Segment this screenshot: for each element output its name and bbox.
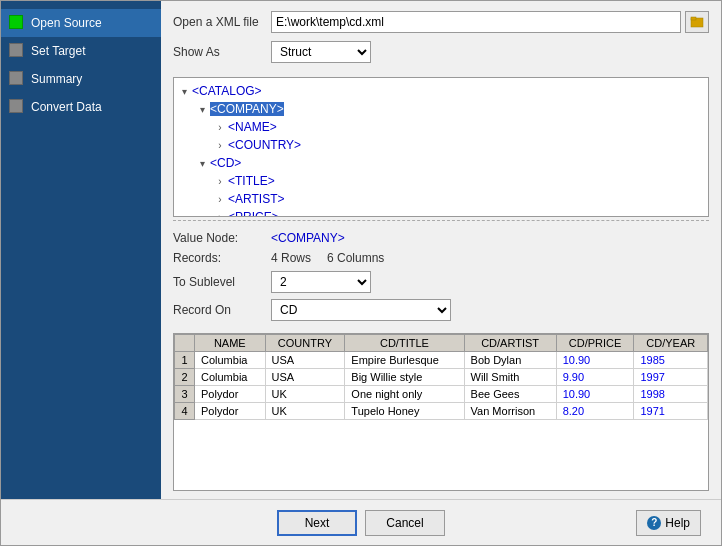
col-header-cd-price: CD/PRICE [556, 335, 634, 352]
table-cell: 1 [175, 352, 195, 369]
records-row: Records: 4 Rows 6 Columns [173, 251, 709, 265]
footer: Next Cancel ? Help [1, 499, 721, 545]
set-target-icon [9, 43, 25, 59]
table-cell: UK [265, 403, 345, 420]
table-cell: Big Willie style [345, 369, 464, 386]
sidebar-item-summary[interactable]: Summary [1, 65, 161, 93]
sublevel-select[interactable]: 1 2 3 4 [271, 271, 371, 293]
tree-node-title[interactable]: › <TITLE> [178, 172, 704, 190]
table-cell: Bee Gees [464, 386, 556, 403]
table-cell: Empire Burlesque [345, 352, 464, 369]
info-area: Value Node: <COMPANY> Records: 4 Rows 6 … [161, 225, 721, 333]
table-cell: Polydor [195, 403, 266, 420]
content-area: Open Source Set Target Summary Convert D… [1, 1, 721, 499]
tree-node-price[interactable]: › <PRICE> [178, 208, 704, 217]
file-input[interactable] [271, 11, 681, 33]
table-cell: Van Morrison [464, 403, 556, 420]
toggle-title[interactable]: › [214, 175, 226, 187]
help-icon: ? [647, 516, 661, 530]
table-cell: USA [265, 369, 345, 386]
file-label: Open a XML file [173, 15, 263, 29]
table-cell: UK [265, 386, 345, 403]
label-price: <PRICE> [228, 210, 279, 217]
label-company: <COMPANY> [210, 102, 284, 116]
toggle-cd[interactable]: ▾ [196, 157, 208, 169]
tree-node-company[interactable]: ▾ <COMPANY> [178, 100, 704, 118]
table-row[interactable]: 2ColumbiaUSABig Willie styleWill Smith9.… [175, 369, 708, 386]
record-on-select[interactable]: CD COMPANY CATALOG [271, 299, 451, 321]
sidebar: Open Source Set Target Summary Convert D… [1, 1, 161, 499]
xml-tree[interactable]: ▾ <CATALOG> ▾ <COMPANY> › <NAME> [173, 77, 709, 217]
toggle-country[interactable]: › [214, 139, 226, 151]
footer-center: Next Cancel [277, 510, 445, 536]
records-label: Records: [173, 251, 263, 265]
label-catalog: <CATALOG> [192, 84, 262, 98]
browse-button[interactable] [685, 11, 709, 33]
show-as-row: Show As Struct Tree List [173, 41, 709, 63]
convert-data-icon [9, 99, 25, 115]
help-label: Help [665, 516, 690, 530]
table-cell: 1998 [634, 386, 708, 403]
file-input-container [271, 11, 709, 33]
value-node-value: <COMPANY> [271, 231, 345, 245]
toggle-artist[interactable]: › [214, 193, 226, 205]
tree-node-country[interactable]: › <COUNTRY> [178, 136, 704, 154]
table-row[interactable]: 3PolydorUKOne night onlyBee Gees10.90199… [175, 386, 708, 403]
value-node-label: Value Node: [173, 231, 263, 245]
col-header-cd-artist: CD/ARTIST [464, 335, 556, 352]
label-cd: <CD> [210, 156, 241, 170]
show-as-select[interactable]: Struct Tree List [271, 41, 371, 63]
data-table: NAME COUNTRY CD/TITLE CD/ARTIST CD/PRICE… [174, 334, 708, 420]
table-cell: Will Smith [464, 369, 556, 386]
sidebar-item-convert-data[interactable]: Convert Data [1, 93, 161, 121]
table-cell: Polydor [195, 386, 266, 403]
table-cell: Tupelo Honey [345, 403, 464, 420]
rows-value: 4 Rows [271, 251, 311, 265]
table-cell: 4 [175, 403, 195, 420]
sidebar-label-set-target: Set Target [31, 44, 85, 58]
toggle-catalog[interactable]: ▾ [178, 85, 190, 97]
table-cell: USA [265, 352, 345, 369]
folder-icon [690, 15, 704, 29]
table-row[interactable]: 4PolydorUKTupelo HoneyVan Morrison8.2019… [175, 403, 708, 420]
table-cell: One night only [345, 386, 464, 403]
next-button[interactable]: Next [277, 510, 357, 536]
tree-node-cd[interactable]: ▾ <CD> [178, 154, 704, 172]
col-header-country: COUNTRY [265, 335, 345, 352]
table-row[interactable]: 1ColumbiaUSAEmpire BurlesqueBob Dylan10.… [175, 352, 708, 369]
label-title: <TITLE> [228, 174, 275, 188]
table-cell: 1997 [634, 369, 708, 386]
tree-node-catalog[interactable]: ▾ <CATALOG> [178, 82, 704, 100]
sidebar-label-open-source: Open Source [31, 16, 102, 30]
table-cell: Bob Dylan [464, 352, 556, 369]
help-button[interactable]: ? Help [636, 510, 701, 536]
main-window: Open Source Set Target Summary Convert D… [0, 0, 722, 546]
toggle-price[interactable]: › [214, 211, 226, 217]
sidebar-item-open-source[interactable]: Open Source [1, 9, 161, 37]
sidebar-item-set-target[interactable]: Set Target [1, 37, 161, 65]
separator [173, 217, 709, 221]
toggle-name[interactable]: › [214, 121, 226, 133]
file-row: Open a XML file [173, 11, 709, 33]
summary-icon [9, 71, 25, 87]
table-cell: 8.20 [556, 403, 634, 420]
cancel-button[interactable]: Cancel [365, 510, 445, 536]
record-on-label: Record On [173, 303, 263, 317]
data-table-container[interactable]: NAME COUNTRY CD/TITLE CD/ARTIST CD/PRICE… [173, 333, 709, 491]
footer-wrapper: Next Cancel ? Help [9, 510, 713, 536]
tree-node-artist[interactable]: › <ARTIST> [178, 190, 704, 208]
table-cell: 10.90 [556, 352, 634, 369]
record-on-row: Record On CD COMPANY CATALOG [173, 299, 709, 321]
table-cell: Columbia [195, 352, 266, 369]
table-cell: 2 [175, 369, 195, 386]
label-artist: <ARTIST> [228, 192, 284, 206]
tree-node-name[interactable]: › <NAME> [178, 118, 704, 136]
open-source-icon [9, 15, 25, 31]
table-cell: 1971 [634, 403, 708, 420]
col-header-name: NAME [195, 335, 266, 352]
col-header-cd-title: CD/TITLE [345, 335, 464, 352]
col-header-cd-year: CD/YEAR [634, 335, 708, 352]
tree-inner: ▾ <CATALOG> ▾ <COMPANY> › <NAME> [174, 78, 708, 217]
toggle-company[interactable]: ▾ [196, 103, 208, 115]
col-header-num [175, 335, 195, 352]
